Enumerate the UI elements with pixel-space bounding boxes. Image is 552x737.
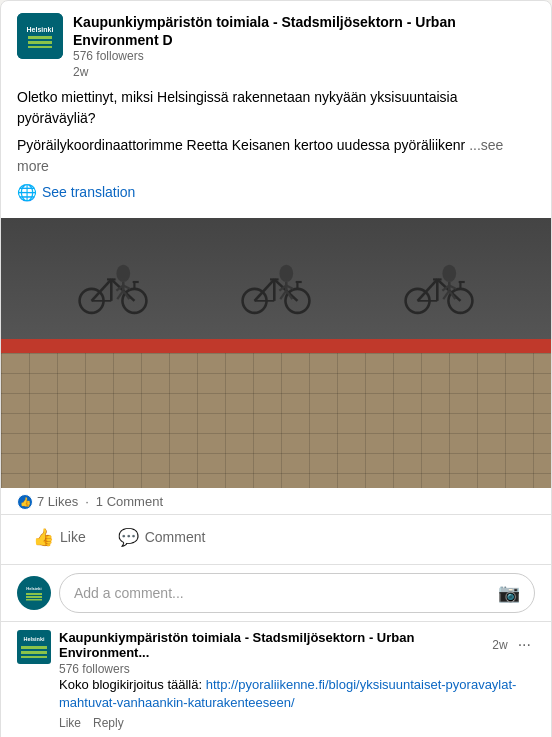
like-icon: 👍 — [33, 527, 54, 548]
reactions-row: 👍 7 Likes · 1 Comment — [1, 488, 551, 514]
post-text-primary: Oletko miettinyt, miksi Helsingissä rake… — [17, 87, 535, 129]
svg-rect-53 — [26, 596, 42, 598]
like-button[interactable]: 👍 Like — [17, 519, 102, 556]
svg-rect-2 — [28, 36, 52, 39]
post-text-secondary-content: Pyöräilykoordinaattorimme Reetta Keisane… — [17, 137, 465, 153]
comment-text-prefix: Koko blogikirjoitus täällä: — [59, 677, 206, 692]
svg-point-14 — [116, 265, 130, 282]
comment-button[interactable]: 💬 Comment — [102, 519, 222, 556]
post-text-secondary: Pyöräilykoordinaattorimme Reetta Keisane… — [17, 135, 535, 177]
commenter-avatar-small: Helsinki — [17, 630, 51, 664]
comment-time: 2w — [492, 638, 507, 652]
post-followers: 576 followers — [73, 49, 535, 65]
top-comment: Helsinki Kaupunkiympäristön toimiala - S… — [1, 621, 551, 737]
avatar[interactable]: Helsinki — [17, 13, 63, 59]
comment-reply-button[interactable]: Reply — [93, 716, 124, 730]
see-translation-button[interactable]: 🌐 See translation — [17, 183, 535, 202]
svg-rect-57 — [21, 646, 47, 649]
svg-text:Helsinki: Helsinki — [23, 636, 45, 642]
cobblestone-surface — [1, 353, 551, 488]
svg-rect-54 — [26, 599, 42, 601]
comment-author: Kaupunkiympäristön toimiala - Stadsmiljö… — [59, 630, 486, 660]
post-meta: Kaupunkiympäristön toimiala - Stadsmiljö… — [73, 13, 535, 79]
post-card: Helsinki Kaupunkiympäristön toimiala - S… — [0, 0, 552, 737]
like-label: Like — [60, 529, 86, 545]
camera-icon[interactable]: 📷 — [498, 582, 520, 604]
commenter-avatar: Helsinki — [17, 576, 51, 610]
bike-silhouette-2 — [241, 258, 311, 318]
post-header: Helsinki Kaupunkiympäristön toimiala - S… — [1, 1, 551, 87]
comment-text: Koko blogikirjoitus täällä: http://pyora… — [59, 676, 535, 712]
comment-icon: 💬 — [118, 527, 139, 548]
comment-author-line: Kaupunkiympäristön toimiala - Stadsmiljö… — [59, 630, 535, 660]
like-dot: 👍 — [17, 494, 33, 510]
post-body: Oletko miettinyt, miksi Helsingissä rake… — [1, 87, 551, 218]
comment-label: Comment — [145, 529, 206, 545]
globe-icon: 🌐 — [17, 183, 37, 202]
comment-bubble: Kaupunkiympäristön toimiala - Stadsmiljö… — [59, 630, 535, 730]
top-comment-inner: Helsinki Kaupunkiympäristön toimiala - S… — [17, 630, 535, 730]
comment-actions: Like Reply — [59, 716, 535, 730]
post-image — [1, 218, 551, 488]
post-author[interactable]: Kaupunkiympäristön toimiala - Stadsmiljö… — [73, 13, 535, 49]
comment-followers: 576 followers — [59, 662, 535, 676]
svg-rect-4 — [28, 46, 52, 48]
likes-count: 7 Likes — [37, 494, 78, 509]
svg-rect-3 — [28, 41, 52, 44]
svg-point-44 — [443, 265, 457, 282]
bike-silhouette-3 — [404, 258, 474, 318]
comment-input-row: Helsinki Add a comment... 📷 — [1, 564, 551, 621]
svg-text:Helsinki: Helsinki — [27, 26, 54, 33]
comment-input[interactable]: Add a comment... 📷 — [59, 573, 535, 613]
svg-rect-58 — [21, 651, 47, 654]
svg-text:Helsinki: Helsinki — [26, 586, 41, 591]
svg-point-29 — [279, 265, 293, 282]
bikes-area — [1, 231, 551, 344]
bike-silhouette-1 — [78, 258, 148, 318]
post-time: 2w — [73, 65, 535, 79]
svg-rect-52 — [26, 593, 42, 595]
three-dots-icon[interactable]: ··· — [514, 634, 535, 656]
see-translation-label: See translation — [42, 184, 135, 200]
comments-count: 1 Comment — [96, 494, 163, 509]
actions-row: 👍 Like 💬 Comment — [1, 514, 551, 564]
comment-like-button[interactable]: Like — [59, 716, 81, 730]
comment-placeholder: Add a comment... — [74, 585, 184, 601]
svg-rect-59 — [21, 656, 47, 658]
reactions-separator: · — [85, 494, 89, 509]
post-image-visual — [1, 218, 551, 488]
